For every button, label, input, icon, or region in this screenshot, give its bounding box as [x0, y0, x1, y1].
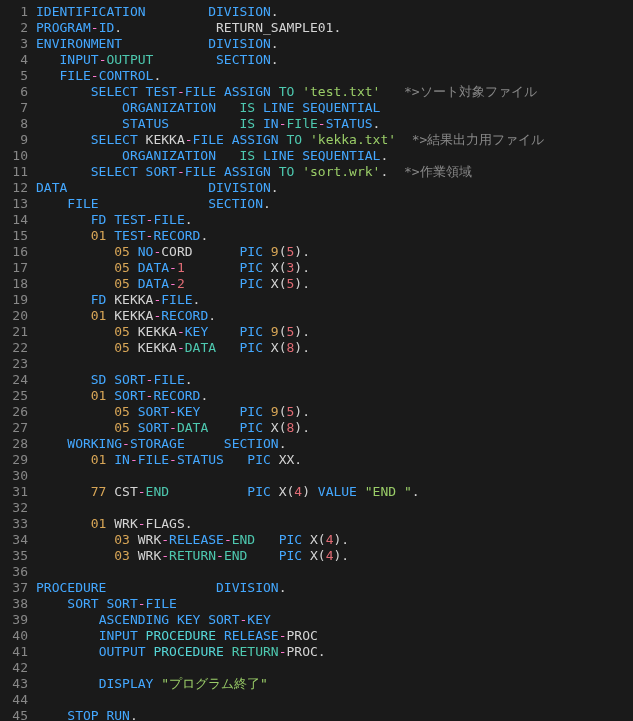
code-line[interactable]: 41 OUTPUT PROCEDURE RETURN-PROC. [0, 644, 633, 660]
code-line[interactable]: 23 [0, 356, 633, 372]
token-pl: WRK [130, 532, 161, 547]
code-line[interactable]: 39 ASCENDING KEY SORT-KEY [0, 612, 633, 628]
line-content[interactable]: ORGANIZATION IS LINE SEQUENTIAL. [36, 148, 388, 164]
code-line[interactable]: 20 01 KEKKA-RECORD. [0, 308, 633, 324]
code-line[interactable]: 19 FD KEKKA-FILE. [0, 292, 633, 308]
line-content[interactable]: SELECT KEKKA-FILE ASSIGN TO 'kekka.txt' … [36, 132, 544, 148]
code-line[interactable]: 44 [0, 692, 633, 708]
code-line[interactable]: 34 03 WRK-RELEASE-END PIC X(4). [0, 532, 633, 548]
code-line[interactable]: 45 STOP RUN. [0, 708, 633, 721]
token-kw: KEY [177, 612, 208, 627]
code-line[interactable]: 14 FD TEST-FILE. [0, 212, 633, 228]
line-content[interactable]: 05 KEKKA-DATA PIC X(8). [36, 340, 310, 356]
line-content[interactable]: 05 NO-CORD PIC 9(5). [36, 244, 310, 260]
line-content[interactable]: 01 WRK-FLAGS. [36, 516, 193, 532]
code-editor[interactable]: 1IDENTIFICATION DIVISION.2PROGRAM-ID. RE… [0, 4, 633, 721]
code-line[interactable]: 21 05 KEKKA-KEY PIC 9(5). [0, 324, 633, 340]
code-line[interactable]: 32 [0, 500, 633, 516]
code-line[interactable]: 11 SELECT SORT-FILE ASSIGN TO 'sort.wrk'… [0, 164, 633, 180]
code-line[interactable]: 2PROGRAM-ID. RETURN_SAMPLE01. [0, 20, 633, 36]
code-line[interactable]: 43 DISPLAY "プログラム終了" [0, 676, 633, 692]
code-line[interactable]: 25 01 SORT-RECORD. [0, 388, 633, 404]
code-line[interactable]: 15 01 TEST-RECORD. [0, 228, 633, 244]
line-content[interactable]: DISPLAY "プログラム終了" [36, 676, 268, 692]
code-line[interactable]: 37PROCEDURE DIVISION. [0, 580, 633, 596]
token-kw: ORGANIZATION [122, 148, 216, 163]
code-line[interactable]: 42 [0, 660, 633, 676]
code-line[interactable]: 22 05 KEKKA-DATA PIC X(8). [0, 340, 633, 356]
token-ol: 05 [114, 420, 130, 435]
line-content[interactable]: 05 SORT-DATA PIC X(8). [36, 420, 310, 436]
token-pk: - [161, 532, 169, 547]
line-content[interactable]: OUTPUT PROCEDURE RETURN-PROC. [36, 644, 326, 660]
code-line[interactable]: 8 STATUS IS IN-FIlE-STATUS. [0, 116, 633, 132]
line-content[interactable]: FILE-CONTROL. [36, 68, 161, 84]
line-content[interactable]: 01 IN-FILE-STATUS PIC XX. [36, 452, 302, 468]
token-kw: PROCEDURE [36, 580, 106, 595]
code-line[interactable]: 17 05 DATA-1 PIC X(3). [0, 260, 633, 276]
code-line[interactable]: 4 INPUT-OUTPUT SECTION. [0, 52, 633, 68]
code-line[interactable]: 38 SORT SORT-FILE [0, 596, 633, 612]
token-pl: KEKKA [138, 132, 185, 147]
line-content[interactable]: 01 TEST-RECORD. [36, 228, 208, 244]
code-line[interactable]: 35 03 WRK-RETURN-END PIC X(4). [0, 548, 633, 564]
line-content[interactable]: 05 SORT-KEY PIC 9(5). [36, 404, 310, 420]
line-content[interactable]: FILE SECTION. [36, 196, 271, 212]
code-line[interactable]: 13 FILE SECTION. [0, 196, 633, 212]
line-content[interactable]: INPUT-OUTPUT SECTION. [36, 52, 279, 68]
line-content[interactable]: ENVIRONMENT DIVISION. [36, 36, 279, 52]
code-line[interactable]: 3ENVIRONMENT DIVISION. [0, 36, 633, 52]
code-line[interactable]: 36 [0, 564, 633, 580]
line-content[interactable]: DATA DIVISION. [36, 180, 279, 196]
line-content[interactable]: SELECT TEST-FILE ASSIGN TO 'test.txt' *>… [36, 84, 537, 100]
code-line[interactable]: 1IDENTIFICATION DIVISION. [0, 4, 633, 20]
code-line[interactable]: 6 SELECT TEST-FILE ASSIGN TO 'test.txt' … [0, 84, 633, 100]
line-content[interactable]: 01 KEKKA-RECORD. [36, 308, 216, 324]
token-str: 'test.txt' [302, 84, 380, 99]
line-content[interactable]: INPUT PROCEDURE RELEASE-PROC [36, 628, 318, 644]
line-content[interactable]: STATUS IS IN-FIlE-STATUS. [36, 116, 380, 132]
line-content[interactable]: IDENTIFICATION DIVISION. [36, 4, 279, 20]
code-line[interactable]: 30 [0, 468, 633, 484]
line-content[interactable]: ORGANIZATION IS LINE SEQUENTIAL [36, 100, 380, 116]
token-kw: DIVISION [216, 580, 279, 595]
code-line[interactable]: 24 SD SORT-FILE. [0, 372, 633, 388]
token-pl [36, 516, 91, 531]
line-content[interactable]: 77 CST-END PIC X(4) VALUE "END ". [36, 484, 420, 500]
line-content[interactable]: PROGRAM-ID. RETURN_SAMPLE01. [36, 20, 341, 36]
line-content[interactable]: SELECT SORT-FILE ASSIGN TO 'sort.wrk'. *… [36, 164, 472, 180]
code-line[interactable]: 5 FILE-CONTROL. [0, 68, 633, 84]
code-line[interactable]: 16 05 NO-CORD PIC 9(5). [0, 244, 633, 260]
line-content[interactable]: 01 SORT-RECORD. [36, 388, 208, 404]
line-content[interactable]: FD TEST-FILE. [36, 212, 193, 228]
code-line[interactable]: 29 01 IN-FILE-STATUS PIC XX. [0, 452, 633, 468]
line-content[interactable]: FD KEKKA-FILE. [36, 292, 200, 308]
line-content[interactable]: SORT SORT-FILE [36, 596, 177, 612]
token-pl: WRK [130, 548, 161, 563]
code-line[interactable]: 18 05 DATA-2 PIC X(5). [0, 276, 633, 292]
line-content[interactable]: 03 WRK-RETURN-END PIC X(4). [36, 548, 349, 564]
line-content[interactable]: 05 DATA-2 PIC X(5). [36, 276, 310, 292]
code-line[interactable]: 12DATA DIVISION. [0, 180, 633, 196]
code-line[interactable]: 40 INPUT PROCEDURE RELEASE-PROC [0, 628, 633, 644]
line-number: 15 [0, 228, 36, 244]
code-line[interactable]: 7 ORGANIZATION IS LINE SEQUENTIAL [0, 100, 633, 116]
code-line[interactable]: 31 77 CST-END PIC X(4) VALUE "END ". [0, 484, 633, 500]
line-content[interactable]: SD SORT-FILE. [36, 372, 193, 388]
code-line[interactable]: 27 05 SORT-DATA PIC X(8). [0, 420, 633, 436]
token-pl: X( [271, 484, 294, 499]
line-content[interactable]: PROCEDURE DIVISION. [36, 580, 286, 596]
line-content[interactable]: STOP RUN. [36, 708, 138, 721]
code-line[interactable]: 33 01 WRK-FLAGS. [0, 516, 633, 532]
code-line[interactable]: 9 SELECT KEKKA-FILE ASSIGN TO 'kekka.txt… [0, 132, 633, 148]
code-line[interactable]: 10 ORGANIZATION IS LINE SEQUENTIAL. [0, 148, 633, 164]
line-content[interactable]: 05 KEKKA-KEY PIC 9(5). [36, 324, 310, 340]
code-line[interactable]: 28 WORKING-STORAGE SECTION. [0, 436, 633, 452]
line-content[interactable]: ASCENDING KEY SORT-KEY [36, 612, 271, 628]
line-content[interactable]: WORKING-STORAGE SECTION. [36, 436, 286, 452]
line-content[interactable]: 03 WRK-RELEASE-END PIC X(4). [36, 532, 349, 548]
line-number: 12 [0, 180, 36, 196]
token-pl: . [271, 36, 279, 51]
line-content[interactable]: 05 DATA-1 PIC X(3). [36, 260, 310, 276]
code-line[interactable]: 26 05 SORT-KEY PIC 9(5). [0, 404, 633, 420]
